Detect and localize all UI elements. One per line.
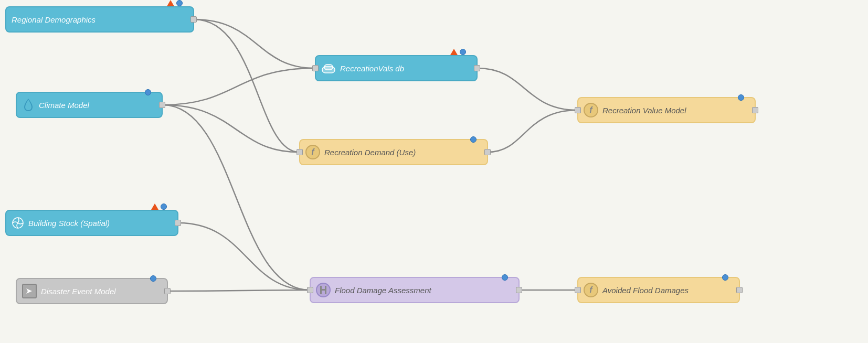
warning-triangle-icon <box>450 49 458 55</box>
climate-model-node[interactable]: Climate Model <box>16 92 163 118</box>
workflow-canvas: Regional Demographics Climate Model Buil <box>0 0 868 343</box>
svg-rect-3 <box>324 65 333 70</box>
function-icon: f <box>305 145 320 159</box>
status-circle-icon <box>460 49 466 55</box>
building-stock-node[interactable]: Building Stock (Spatial) <box>5 210 178 236</box>
node-label: Flood Damage Assessment <box>335 286 431 295</box>
warning-triangle-icon <box>151 203 158 210</box>
output-port[interactable] <box>175 220 181 226</box>
arrow-icon <box>22 284 37 298</box>
node-label: RecreationVals db <box>340 64 404 73</box>
recreation-vals-node[interactable]: RecreationVals db <box>315 55 478 81</box>
node-label: Regional Demographics <box>12 15 96 24</box>
output-port[interactable] <box>474 65 480 71</box>
node-label: Disaster Event Model <box>41 287 116 296</box>
node-label: Recreation Demand (Use) <box>324 148 416 157</box>
recreation-vals-indicators <box>450 49 466 55</box>
status-circle-icon <box>150 275 156 282</box>
output-port[interactable] <box>484 149 491 155</box>
status-circle-icon <box>145 89 151 95</box>
status-circle-icon <box>502 274 508 281</box>
input-port[interactable] <box>312 65 319 71</box>
water-drop-icon <box>22 98 35 112</box>
output-port[interactable] <box>159 102 165 108</box>
status-circle-icon <box>738 94 744 101</box>
spatial-icon <box>12 217 24 229</box>
input-port[interactable] <box>307 287 313 293</box>
regional-demographics-indicators <box>167 0 183 6</box>
function-icon: f <box>584 283 598 297</box>
function-lavender-icon <box>316 283 331 297</box>
output-port[interactable] <box>736 287 743 293</box>
node-label: Climate Model <box>39 101 89 110</box>
node-label: Building Stock (Spatial) <box>28 219 110 228</box>
svg-marker-1 <box>26 288 32 294</box>
output-port[interactable] <box>516 287 522 293</box>
status-circle-icon <box>176 0 183 6</box>
flood-damage-node[interactable]: Flood Damage Assessment <box>310 277 520 303</box>
warning-triangle-icon <box>167 0 174 6</box>
avoided-flood-node[interactable]: f Avoided Flood Damages <box>577 277 740 303</box>
function-icon: f <box>584 103 598 117</box>
recreation-demand-node[interactable]: f Recreation Demand (Use) <box>299 139 488 165</box>
output-port[interactable] <box>190 16 197 23</box>
status-circle-icon <box>161 203 167 210</box>
recreation-value-model-node[interactable]: f Recreation Value Model <box>577 97 756 123</box>
cloud-icon <box>321 61 336 76</box>
svg-rect-6 <box>320 289 326 291</box>
input-port[interactable] <box>575 107 581 113</box>
input-port[interactable] <box>297 149 303 155</box>
output-port[interactable] <box>752 107 758 113</box>
node-label: Recreation Value Model <box>602 106 686 115</box>
status-circle-icon <box>470 136 477 143</box>
input-port[interactable] <box>575 287 581 293</box>
node-label: Avoided Flood Damages <box>602 286 689 295</box>
status-circle-icon <box>722 274 728 281</box>
disaster-event-node[interactable]: Disaster Event Model <box>16 278 168 304</box>
output-port[interactable] <box>164 288 171 294</box>
regional-demographics-node[interactable]: Regional Demographics <box>5 6 194 33</box>
building-stock-indicators <box>151 203 167 210</box>
